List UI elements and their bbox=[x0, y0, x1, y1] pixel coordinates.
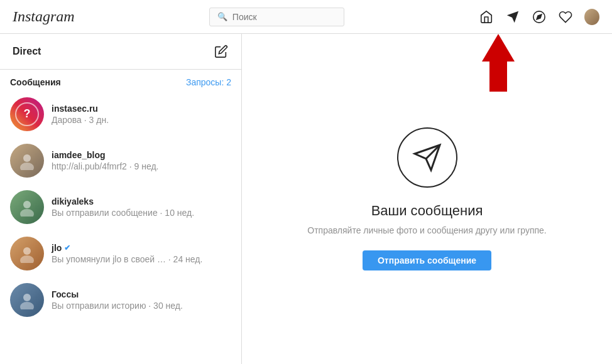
search-input[interactable] bbox=[232, 12, 336, 22]
sidebar-title: Direct bbox=[13, 46, 41, 57]
conversation-item[interactable]: dikiyaleks Вы отправили сообщение · 10 н… bbox=[0, 184, 241, 230]
home-icon[interactable] bbox=[479, 9, 494, 24]
svg-point-3 bbox=[20, 163, 34, 170]
conversation-item[interactable]: ? instasec.ru Дарова · 3 дн. bbox=[0, 91, 241, 137]
conversation-item[interactable]: Госсы Вы отправили историю · 30 нед. bbox=[0, 277, 241, 323]
heart-icon[interactable] bbox=[558, 9, 573, 24]
user-avatar[interactable] bbox=[584, 9, 599, 24]
avatar: ? bbox=[10, 97, 44, 131]
svg-point-2 bbox=[23, 154, 31, 162]
avatar bbox=[10, 283, 44, 317]
conv-info: Госсы Вы отправили историю · 30 нед. bbox=[52, 289, 231, 311]
conv-preview: Вы упомянули jlo в своей … · 24 нед. bbox=[52, 254, 231, 264]
panel-title: Ваши сообщения bbox=[371, 203, 483, 219]
panel-subtitle: Отправляйте личные фото и сообщения друг… bbox=[307, 225, 546, 235]
svg-point-4 bbox=[23, 201, 31, 208]
conv-username: dikiyaleks bbox=[52, 196, 231, 206]
svg-point-9 bbox=[20, 302, 34, 309]
verified-badge: ✔ bbox=[64, 244, 70, 252]
arrow-head bbox=[482, 34, 515, 62]
sidebar-header: Direct bbox=[0, 34, 241, 70]
arrow-shaft bbox=[489, 62, 507, 92]
svg-point-8 bbox=[23, 294, 31, 301]
search-bar[interactable]: 🔍 bbox=[209, 8, 344, 26]
conv-username: iamdee_blog bbox=[52, 150, 231, 160]
conv-preview: Дарова · 3 дн. bbox=[52, 115, 231, 125]
avatar bbox=[10, 237, 44, 270]
explore-icon[interactable] bbox=[532, 9, 547, 24]
conv-preview: Вы отправили историю · 30 нед. bbox=[52, 301, 231, 311]
main-content: Direct Сообщения Запросы: 2 ? bbox=[0, 34, 612, 364]
conversation-item[interactable]: jlo ✔ Вы упомянули jlo в своей … · 24 не… bbox=[0, 230, 241, 277]
conv-info: dikiyaleks Вы отправили сообщение · 10 н… bbox=[52, 196, 231, 218]
svg-point-6 bbox=[23, 247, 31, 255]
instagram-logo: Instagram bbox=[13, 8, 75, 25]
conv-username: jlo ✔ bbox=[52, 243, 231, 253]
conversation-list: ? instasec.ru Дарова · 3 дн. bbox=[0, 91, 241, 364]
search-icon: 🔍 bbox=[217, 12, 227, 21]
svg-marker-1 bbox=[537, 14, 542, 19]
messages-label: Сообщения bbox=[10, 77, 61, 87]
header: Instagram 🔍 bbox=[0, 0, 612, 34]
messages-section: Сообщения Запросы: 2 bbox=[0, 70, 241, 91]
conv-username: instasec.ru bbox=[52, 104, 231, 114]
right-panel: Ваши сообщения Отправляйте личные фото и… bbox=[242, 34, 612, 364]
nav-icons bbox=[479, 9, 599, 24]
send-message-button[interactable]: Отправить сообщение bbox=[363, 250, 491, 270]
conv-info: jlo ✔ Вы упомянули jlo в своей … · 24 не… bbox=[52, 243, 231, 264]
arrow-annotation bbox=[482, 34, 515, 92]
avatar bbox=[10, 190, 44, 224]
conv-preview: http://ali.pub/4fmrf2 · 9 нед. bbox=[52, 161, 231, 171]
requests-link[interactable]: Запросы: 2 bbox=[186, 77, 231, 87]
conv-info: instasec.ru Дарова · 3 дн. bbox=[52, 104, 231, 125]
avatar bbox=[10, 144, 44, 178]
compose-icon[interactable] bbox=[214, 44, 229, 59]
conv-preview: Вы отправили сообщение · 10 нед. bbox=[52, 208, 231, 218]
direct-nav-icon[interactable] bbox=[505, 9, 520, 24]
conv-info: iamdee_blog http://ali.pub/4fmrf2 · 9 не… bbox=[52, 150, 231, 171]
conversation-item[interactable]: iamdee_blog http://ali.pub/4fmrf2 · 9 не… bbox=[0, 137, 241, 184]
svg-point-5 bbox=[20, 209, 34, 217]
conv-username: Госсы bbox=[52, 289, 231, 299]
send-icon-circle bbox=[397, 127, 457, 188]
svg-point-7 bbox=[20, 255, 34, 263]
sidebar: Direct Сообщения Запросы: 2 ? bbox=[0, 34, 242, 364]
